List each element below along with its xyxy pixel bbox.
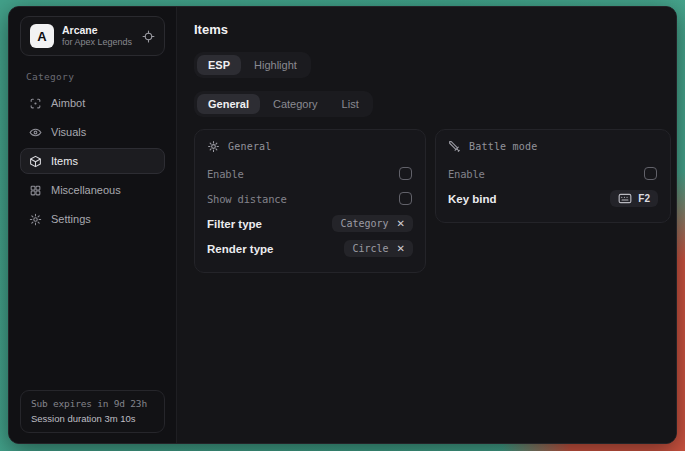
settings-panels: General Enable Show distance Filter type… — [194, 129, 671, 273]
battle-enable-checkbox[interactable] — [644, 167, 657, 180]
tab-category[interactable]: Category — [262, 94, 329, 114]
close-icon[interactable]: ✕ — [397, 219, 405, 229]
battle-mode-panel: Battle mode Enable Key bind F2 — [435, 129, 671, 223]
crosshair-icon — [29, 97, 42, 110]
render-type-value: Circle — [352, 243, 388, 254]
key-bind-button[interactable]: F2 — [610, 190, 658, 207]
general-panel-title: General — [228, 141, 272, 152]
sidebar: A Arcane for Apex Legends Category Aimbo… — [9, 7, 177, 443]
filter-type-select[interactable]: Category ✕ — [332, 215, 413, 232]
setting-row-render-type: Render type Circle ✕ — [207, 236, 413, 261]
app-window: A Arcane for Apex Legends Category Aimbo… — [8, 6, 677, 444]
setting-row-enable: Enable — [207, 161, 413, 186]
key-bind-value: F2 — [638, 193, 650, 204]
app-logo: A — [30, 24, 54, 48]
setting-row-filter-type: Filter type Category ✕ — [207, 211, 413, 236]
target-icon[interactable] — [142, 30, 155, 43]
subscription-status-card: Sub expires in 9d 23h Session duration 3… — [20, 390, 165, 433]
general-panel-header: General — [207, 140, 413, 153]
package-icon — [29, 155, 42, 168]
setting-label: Enable — [448, 168, 485, 180]
main-content: Items ESP Highlight General Category Lis… — [177, 7, 677, 443]
tab-highlight[interactable]: Highlight — [243, 55, 308, 75]
sidebar-item-label: Visuals — [51, 126, 86, 138]
render-type-select[interactable]: Circle ✕ — [344, 240, 413, 257]
setting-row-battle-enable: Enable — [448, 161, 658, 186]
sword-icon — [448, 140, 461, 153]
gear-icon — [29, 213, 42, 226]
setting-label: Show distance — [207, 193, 287, 205]
filter-type-value: Category — [340, 218, 388, 229]
show-distance-checkbox[interactable] — [399, 192, 412, 205]
eye-icon — [29, 126, 42, 139]
app-name: Arcane — [62, 24, 132, 37]
sidebar-item-settings[interactable]: Settings — [20, 206, 165, 232]
sun-icon — [207, 140, 220, 153]
app-header-card: A Arcane for Apex Legends — [20, 16, 165, 56]
close-icon[interactable]: ✕ — [397, 244, 405, 254]
setting-label: Filter type — [207, 218, 262, 230]
enable-checkbox[interactable] — [399, 167, 412, 180]
keyboard-icon — [618, 193, 632, 204]
sidebar-section-label: Category — [26, 71, 159, 82]
setting-label: Key bind — [448, 193, 497, 205]
mode-tab-group: ESP Highlight — [194, 52, 311, 78]
setting-row-show-distance: Show distance — [207, 186, 413, 211]
view-tab-row: General Category List — [194, 91, 671, 117]
sidebar-item-miscellaneous[interactable]: Miscellaneous — [20, 177, 165, 203]
general-panel: General Enable Show distance Filter type… — [194, 129, 426, 273]
battle-panel-title: Battle mode — [469, 141, 537, 152]
setting-row-key-bind: Key bind F2 — [448, 186, 658, 211]
sidebar-item-label: Settings — [51, 213, 91, 225]
sidebar-item-visuals[interactable]: Visuals — [20, 119, 165, 145]
setting-label: Enable — [207, 168, 244, 180]
app-title-block: Arcane for Apex Legends — [62, 24, 132, 48]
view-tab-group: General Category List — [194, 91, 373, 117]
battle-panel-header: Battle mode — [448, 140, 658, 153]
session-duration-text: Session duration 3m 10s — [31, 413, 154, 424]
sidebar-spacer — [20, 235, 165, 390]
sidebar-item-label: Aimbot — [51, 97, 85, 109]
sidebar-item-label: Items — [51, 155, 78, 167]
sub-expiry-text: Sub expires in 9d 23h — [31, 398, 154, 409]
sidebar-item-aimbot[interactable]: Aimbot — [20, 90, 165, 116]
tab-esp[interactable]: ESP — [197, 55, 241, 75]
page-title: Items — [194, 22, 671, 37]
sidebar-item-label: Miscellaneous — [51, 184, 121, 196]
tab-list[interactable]: List — [331, 94, 370, 114]
sidebar-item-items[interactable]: Items — [20, 148, 165, 174]
grid-icon — [29, 184, 42, 197]
setting-label: Render type — [207, 243, 273, 255]
tab-general[interactable]: General — [197, 94, 260, 114]
app-subtitle: for Apex Legends — [62, 37, 132, 48]
